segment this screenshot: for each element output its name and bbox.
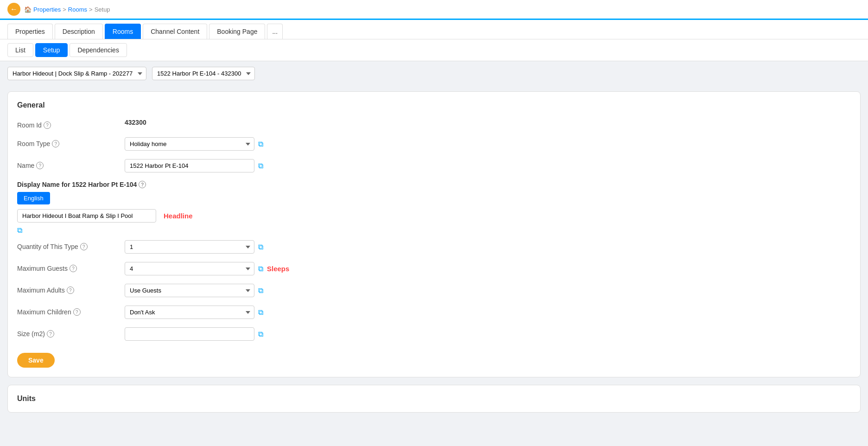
display-name-section: Display Name for 1522 Harbor Pt E-104 ? … <box>17 181 851 235</box>
room-dropdown[interactable]: 1522 Harbor Pt E-104 - 432300 <box>152 67 255 80</box>
quantity-value: 1 2345 ⧉ <box>125 240 851 254</box>
sleeps-label: Sleeps <box>267 265 289 273</box>
tab-dependencies[interactable]: Dependencies <box>70 43 127 57</box>
english-button[interactable]: English <box>17 192 50 204</box>
max-guests-help-icon[interactable]: ? <box>70 265 77 272</box>
tab-rooms[interactable]: Rooms <box>105 24 141 39</box>
name-value: ⧉ <box>125 159 851 172</box>
tab-setup[interactable]: Setup <box>35 43 68 57</box>
room-id-row: Room Id ? 432300 <box>17 119 851 129</box>
tab-list[interactable]: List <box>7 43 33 57</box>
name-copy-icon[interactable]: ⧉ <box>258 162 263 170</box>
max-adults-label: Maximum Adults ? <box>17 284 119 294</box>
max-adults-select[interactable]: Use Guests 123 <box>125 284 254 297</box>
max-adults-value: Use Guests 123 ⧉ <box>125 284 851 297</box>
room-type-copy-icon[interactable]: ⧉ <box>258 140 263 148</box>
general-title: General <box>17 101 851 109</box>
headline-input[interactable] <box>17 209 156 223</box>
tab-booking-page[interactable]: Booking Page <box>209 24 265 39</box>
room-type-help-icon[interactable]: ? <box>52 140 59 147</box>
primary-tabs: Properties Description Rooms Channel Con… <box>0 20 868 39</box>
dropdowns-row: Harbor Hideout | Dock Slip & Ramp - 2022… <box>0 61 868 86</box>
home-icon: 🏠 <box>24 6 32 13</box>
tab-properties[interactable]: Properties <box>7 24 53 39</box>
max-guests-copy-icon[interactable]: ⧉ <box>258 265 263 273</box>
units-card: Units <box>7 385 861 413</box>
max-children-help-icon[interactable]: ? <box>73 308 81 316</box>
main-content: General Room Id ? 432300 Room Type ? Hol… <box>0 86 868 418</box>
max-children-row: Maximum Children ? Don't Ask 012 ⧉ <box>17 306 851 319</box>
property-dropdown[interactable]: Harbor Hideout | Dock Slip & Ramp - 2022… <box>7 67 146 80</box>
room-id-help-icon[interactable]: ? <box>44 121 51 129</box>
size-help-icon[interactable]: ? <box>47 330 54 338</box>
headline-row: Headline <box>17 209 851 223</box>
size-label: Size (m2) ? <box>17 327 119 338</box>
quantity-copy-icon[interactable]: ⧉ <box>258 243 263 251</box>
room-type-select[interactable]: Holiday home Apartment House Villa <box>125 137 254 151</box>
max-adults-copy-icon[interactable]: ⧉ <box>258 287 263 295</box>
room-type-label: Room Type ? <box>17 137 119 147</box>
general-card: General Room Id ? 432300 Room Type ? Hol… <box>7 91 861 377</box>
breadcrumb: 🏠 Properties > Rooms > Setup <box>24 6 110 13</box>
max-children-label: Maximum Children ? <box>17 306 119 316</box>
size-input[interactable] <box>125 327 254 341</box>
display-name-label: Display Name for 1522 Harbor Pt E-104 ? <box>17 181 851 188</box>
name-input[interactable] <box>125 159 254 172</box>
name-help-icon[interactable]: ? <box>36 162 44 169</box>
headline-copy-icon[interactable]: ⧉ <box>17 226 22 234</box>
max-guests-value: 123 4 56 ⧉ Sleeps <box>125 262 851 275</box>
breadcrumb-properties[interactable]: Properties <box>33 6 61 13</box>
breadcrumb-setup: Setup <box>95 6 110 13</box>
size-copy-icon[interactable]: ⧉ <box>258 330 263 338</box>
breadcrumb-rooms[interactable]: Rooms <box>68 6 87 13</box>
quantity-row: Quantity of This Type ? 1 2345 ⧉ <box>17 240 851 254</box>
max-guests-row: Maximum Guests ? 123 4 56 ⧉ Sleeps <box>17 262 851 275</box>
room-id-value: 432300 <box>125 119 851 126</box>
room-type-row: Room Type ? Holiday home Apartment House… <box>17 137 851 151</box>
name-row: Name ? ⧉ <box>17 159 851 172</box>
room-id-label: Room Id ? <box>17 119 119 129</box>
max-adults-help-icon[interactable]: ? <box>67 287 74 294</box>
back-button[interactable]: ← <box>7 3 20 16</box>
save-button[interactable]: Save <box>17 353 55 368</box>
max-adults-row: Maximum Adults ? Use Guests 123 ⧉ <box>17 284 851 297</box>
max-children-value: Don't Ask 012 ⧉ <box>125 306 851 319</box>
secondary-tabs: List Setup Dependencies <box>0 39 868 61</box>
quantity-select[interactable]: 1 2345 <box>125 240 254 254</box>
quantity-label: Quantity of This Type ? <box>17 240 119 250</box>
units-title: Units <box>17 395 851 403</box>
max-guests-label: Maximum Guests ? <box>17 262 119 272</box>
room-type-value: Holiday home Apartment House Villa ⧉ <box>125 137 851 151</box>
tab-description[interactable]: Description <box>55 24 103 39</box>
max-guests-select[interactable]: 123 4 56 <box>125 262 254 275</box>
top-bar: ← 🏠 Properties > Rooms > Setup <box>0 0 868 20</box>
tab-more[interactable]: ... <box>267 24 283 39</box>
display-name-help-icon[interactable]: ? <box>139 181 146 188</box>
headline-label: Headline <box>164 212 193 220</box>
name-label: Name ? <box>17 159 119 169</box>
max-children-select[interactable]: Don't Ask 012 <box>125 306 254 319</box>
tab-channel-content[interactable]: Channel Content <box>143 24 207 39</box>
size-value: ⧉ <box>125 327 851 341</box>
max-children-copy-icon[interactable]: ⧉ <box>258 308 263 317</box>
size-row: Size (m2) ? ⧉ <box>17 327 851 341</box>
quantity-help-icon[interactable]: ? <box>80 243 88 250</box>
